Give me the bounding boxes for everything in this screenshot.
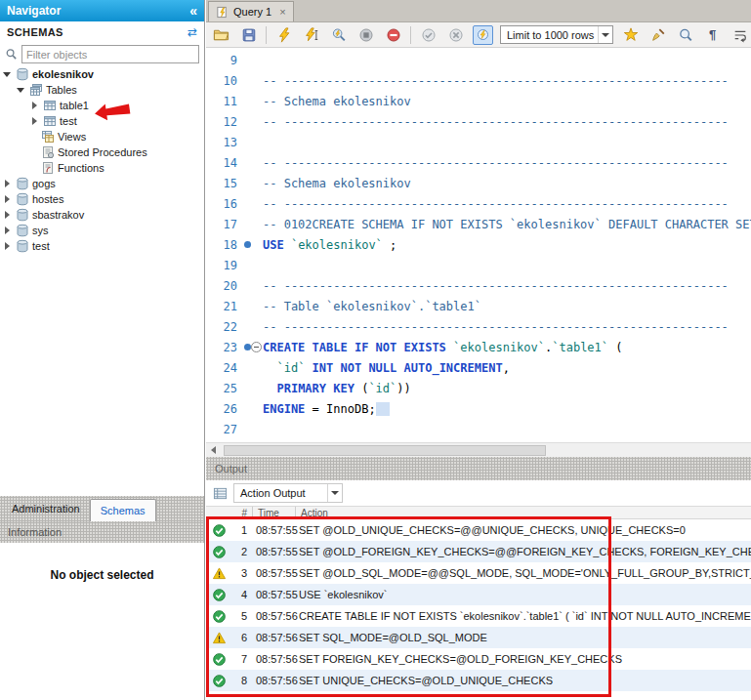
- execute-current-icon[interactable]: [301, 25, 321, 45]
- code-line: 14-- -----------------------------------…: [206, 152, 751, 173]
- tree-item-ekolesnikov[interactable]: ekolesnikov: [0, 66, 204, 82]
- expand-node-icon[interactable]: [2, 191, 13, 207]
- tab-schemas[interactable]: Schemas: [90, 499, 156, 521]
- expand-node-icon[interactable]: [2, 207, 13, 223]
- output-row[interactable]: 708:57:56SET FOREIGN_KEY_CHECKS=@OLD_FOR…: [206, 648, 751, 670]
- tree-item-table1[interactable]: table1: [0, 98, 204, 113]
- row-index: 8: [231, 675, 247, 686]
- schemas-header: SCHEMAS: [7, 26, 63, 38]
- tab-query-1[interactable]: Query 1 ×: [208, 1, 294, 21]
- toggle-stop-on-error-icon[interactable]: [383, 25, 403, 45]
- rollback-icon[interactable]: [445, 25, 466, 45]
- commit-icon[interactable]: [418, 25, 438, 45]
- tree-item-test[interactable]: test: [0, 238, 204, 254]
- clean-icon[interactable]: [647, 25, 668, 45]
- toolbar-left-group: [211, 25, 493, 45]
- collapse-panel-icon[interactable]: «: [189, 4, 197, 18]
- tab-administration[interactable]: Administration: [2, 496, 90, 521]
- column-header-index[interactable]: #: [206, 508, 247, 518]
- filter-input[interactable]: [21, 45, 199, 63]
- output-row[interactable]: 308:57:55SET @OLD_SQL_MODE=@@SQL_MODE, S…: [206, 562, 751, 584]
- explain-icon[interactable]: [328, 25, 349, 45]
- schema-icon: [16, 177, 29, 190]
- expand-node-icon[interactable]: [29, 113, 40, 129]
- stored-procedures-icon: [41, 145, 55, 159]
- row-time: 08:57:55: [247, 567, 290, 579]
- collapse-node-icon[interactable]: [16, 82, 26, 98]
- code-line: 23CREATE TABLE IF NOT EXISTS `ekolesniko…: [206, 337, 751, 357]
- warning-icon: [206, 632, 231, 644]
- expand-node-icon[interactable]: [2, 223, 13, 238]
- schema-actions-icon[interactable]: ⇄: [188, 25, 197, 39]
- tree-item-hostes[interactable]: hostes: [0, 191, 204, 207]
- limit-rows-value: Limit to 1000 rows: [507, 29, 594, 41]
- expand-node-icon[interactable]: [2, 238, 13, 254]
- toggle-autocommit-icon[interactable]: [473, 25, 493, 45]
- fold-collapse-icon[interactable]: [251, 342, 262, 352]
- wrap-text-icon[interactable]: [730, 25, 750, 45]
- tree-item-label: Stored Procedures: [58, 146, 147, 158]
- tree-item-gogs[interactable]: gogs: [0, 176, 204, 191]
- tree-item-label: Tables: [46, 84, 77, 96]
- code-text: -- Schema ekolesnikov: [263, 177, 411, 190]
- invisible-characters-icon[interactable]: ¶: [702, 25, 723, 45]
- beautify-icon[interactable]: [620, 25, 641, 45]
- collapse-node-icon[interactable]: [2, 66, 13, 82]
- execute-icon[interactable]: [273, 25, 294, 45]
- editor-horizontal-scrollbar[interactable]: [206, 442, 751, 457]
- scrollbar-thumb[interactable]: [224, 445, 546, 456]
- tree-item-test[interactable]: test: [0, 113, 204, 129]
- code-text: -- -------------------------------------…: [263, 115, 729, 129]
- column-header-action[interactable]: Action: [295, 507, 751, 518]
- output-row[interactable]: 608:57:56SET SQL_MODE=@OLD_SQL_MODE: [206, 627, 751, 648]
- row-time: 08:57:56: [247, 653, 290, 665]
- tree-item-label: hostes: [32, 193, 63, 205]
- save-script-icon[interactable]: [238, 25, 259, 45]
- expand-node-icon[interactable]: [2, 176, 13, 191]
- line-number: 25: [206, 382, 237, 395]
- code-text: -- -------------------------------------…: [263, 156, 729, 170]
- tree-item-functions[interactable]: Functions: [0, 160, 204, 176]
- sql-editor[interactable]: 910-- ----------------------------------…: [206, 48, 751, 442]
- output-row[interactable]: 108:57:55SET @OLD_UNIQUE_CHECKS=@@UNIQUE…: [206, 519, 751, 541]
- chevron-down-icon: [598, 26, 612, 43]
- tree-item-views[interactable]: Views: [0, 129, 204, 144]
- gutter-marks: [237, 419, 263, 439]
- row-action: SET FOREIGN_KEY_CHECKS=@OLD_FOREIGN_KEY_…: [290, 653, 751, 665]
- editor-tab-bar: Query 1 ×: [206, 0, 751, 22]
- line-number: 15: [206, 177, 237, 190]
- line-number: 10: [206, 74, 237, 88]
- scroll-left-icon[interactable]: [206, 443, 221, 458]
- success-icon: [206, 589, 231, 601]
- tree-item-tables[interactable]: Tables: [0, 82, 204, 98]
- limit-rows-dropdown[interactable]: Limit to 1000 rows: [500, 25, 613, 44]
- schema-icon: [16, 239, 29, 253]
- gutter-marks: [237, 255, 263, 275]
- stop-icon[interactable]: [355, 25, 376, 45]
- output-row[interactable]: 508:57:56CREATE TABLE IF NOT EXISTS `eko…: [206, 605, 751, 627]
- code-line: 17-- 0102CREATE SCHEMA IF NOT EXISTS `ek…: [206, 214, 751, 234]
- code-text: `id` INT NOT NULL AUTO_INCREMENT,: [263, 361, 510, 375]
- close-tab-icon[interactable]: ×: [279, 6, 285, 18]
- tree-item-sys[interactable]: sys: [0, 223, 204, 238]
- mysql-workbench-window: Navigator « SCHEMAS ⇄ ekolesnikovTablest…: [0, 0, 751, 700]
- column-header-time[interactable]: Time: [252, 507, 295, 518]
- output-view-dropdown[interactable]: Action Output: [233, 483, 343, 503]
- tree-item-sbastrakov[interactable]: sbastrakov: [0, 207, 204, 223]
- row-time: 08:57:55: [247, 589, 290, 600]
- query-file-icon: [216, 6, 229, 19]
- statement-marker-icon: [244, 241, 251, 248]
- output-row[interactable]: 408:57:55USE `ekolesnikov`: [206, 584, 751, 605]
- output-row[interactable]: 208:57:55SET @OLD_FOREIGN_KEY_CHECKS=@@F…: [206, 541, 751, 562]
- navigator-panel: Navigator « SCHEMAS ⇄ ekolesnikovTablest…: [0, 0, 205, 700]
- expand-node-icon[interactable]: [29, 98, 40, 113]
- row-action: SET UNIQUE_CHECKS=@OLD_UNIQUE_CHECKS: [290, 675, 751, 686]
- line-number: 13: [206, 136, 237, 149]
- open-script-icon[interactable]: [211, 25, 231, 45]
- tree-item-stored-procedures[interactable]: Stored Procedures: [0, 144, 204, 160]
- tree-item-label: test: [60, 115, 77, 127]
- find-icon[interactable]: [675, 25, 695, 45]
- filter-row: [0, 42, 204, 66]
- output-row[interactable]: 808:57:56SET UNIQUE_CHECKS=@OLD_UNIQUE_C…: [206, 670, 751, 691]
- line-number: 11: [206, 95, 237, 108]
